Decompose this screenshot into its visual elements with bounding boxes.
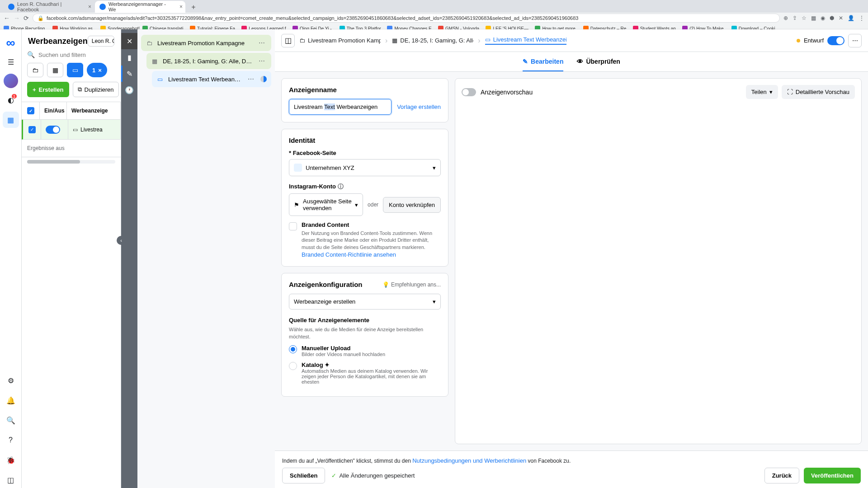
section-title: Anzeigenname <box>289 86 441 94</box>
more-icon[interactable]: ⋯ <box>257 57 267 65</box>
selection-pill[interactable]: 1 × <box>87 63 107 77</box>
facebook-favicon <box>8 4 14 10</box>
search-icon[interactable]: 🔍 <box>3 412 19 428</box>
row-checkbox[interactable]: ✓ <box>28 126 36 133</box>
menu-icon[interactable]: ⋮ <box>859 15 864 21</box>
branded-content-checkbox[interactable] <box>289 222 297 230</box>
tree-campaign[interactable]: 🗀 Livestream Promotion Kampagne ⋯ <box>141 35 271 51</box>
more-icon[interactable]: ⋯ <box>848 34 862 47</box>
ad-format-select[interactable]: Werbeanzeige erstellen ▾ <box>289 294 441 310</box>
close-icon[interactable]: × <box>88 4 91 10</box>
ad-name-input[interactable]: Livestream Text Werbeanzeigen <box>289 99 392 115</box>
close-icon[interactable]: × <box>98 67 102 74</box>
edit-icon[interactable]: ✎ <box>121 66 137 82</box>
scrollbar[interactable] <box>27 160 115 164</box>
more-icon[interactable]: ⋯ <box>257 39 267 47</box>
tab-title: Leon R. Chaudhari | Facebook <box>17 1 81 12</box>
source-label: Quelle für Anzeigenelemente <box>289 317 441 324</box>
back-icon[interactable]: ← <box>4 14 10 22</box>
back-button[interactable]: Zurück <box>764 468 799 483</box>
zoom-icon[interactable]: ⊕ <box>783 15 788 21</box>
detailed-preview-button[interactable]: ⛶ Detaillierte Vorschau <box>782 85 855 99</box>
page-icon <box>294 164 302 172</box>
account-selector[interactable]: Leon R. Chaud <box>88 36 114 47</box>
selection-count: 1 <box>92 67 95 74</box>
edit-tabs: ✎ Bearbeiten 👁 Überprüfen <box>275 52 868 72</box>
gauge-icon[interactable]: ◐1 <box>3 92 19 108</box>
terms-link[interactable]: Nutzungsbedingungen und Werberichtlinien <box>412 457 526 464</box>
ad-name: Livestrea <box>80 127 103 133</box>
close-icon[interactable]: × <box>179 4 183 10</box>
tab-edit[interactable]: ✎ Bearbeiten <box>523 52 563 71</box>
folder-view-button[interactable]: 🗀 <box>27 63 43 77</box>
recommendations-link[interactable]: 💡 Empfehlungen ans... <box>382 282 441 288</box>
list-view-button[interactable]: ▭ <box>67 63 83 77</box>
history-icon[interactable]: 🕐 <box>121 82 137 98</box>
extension-icon[interactable]: ✕ <box>839 15 843 21</box>
browser-tab[interactable]: Leon R. Chaudhari | Facebook × <box>4 1 94 13</box>
radio-desc: Automatisch Medien aus deinem Katalog ve… <box>302 368 441 385</box>
link-account-button[interactable]: Konto verknüpfen <box>383 197 441 213</box>
bell-icon[interactable]: 🔔 <box>3 392 19 408</box>
search-input[interactable] <box>38 52 115 58</box>
share-icon[interactable]: ⇪ <box>793 15 797 21</box>
tree-ad[interactable]: ▭ Livestream Text Werbeanzeig... ⋯ <box>152 71 271 87</box>
preview-toggle[interactable] <box>462 88 476 96</box>
star-icon[interactable]: ☆ <box>802 15 807 21</box>
info-icon[interactable]: ⓘ <box>338 183 344 190</box>
breadcrumb-campaign[interactable]: 🗀 Livestream Promotion Kampa <box>299 37 381 44</box>
column-header[interactable]: Ein/Aus <box>40 102 67 119</box>
tree-adset[interactable]: ▦ DE, 18-25, I: Gaming, G: Alle, Deutsch… <box>146 53 271 69</box>
create-template-link[interactable]: Vorlage erstellen <box>397 103 441 110</box>
facebook-page-select[interactable]: Unternehmen XYZ ▾ <box>289 159 441 176</box>
profile-icon[interactable]: 👤 <box>848 15 854 21</box>
grid-icon[interactable]: ▦ <box>3 112 19 128</box>
browser-chrome: Leon R. Chaudhari | Facebook × Werbeanze… <box>0 0 868 29</box>
panel-toggle-icon[interactable]: ◫ <box>281 34 295 47</box>
catalog-radio[interactable] <box>289 362 297 370</box>
disclaimer: Indem du auf „Veröffentlichen" klickst, … <box>282 455 861 468</box>
extension-icon[interactable]: ◉ <box>821 15 825 21</box>
browser-tab-active[interactable]: Werbeanzeigenmanager - We × <box>95 1 185 13</box>
gear-icon[interactable]: ⚙ <box>3 372 19 389</box>
tab-review[interactable]: 👁 Überprüfen <box>577 52 620 71</box>
publish-button[interactable]: Veröffentlichen <box>804 468 861 483</box>
instagram-select[interactable]: ⚑ Ausgewählte Seite verwenden ▾ <box>289 193 363 216</box>
create-button[interactable]: + Erstellen <box>27 82 69 97</box>
duplicate-button[interactable]: ⧉ Duplizieren <box>73 82 119 97</box>
ad-toggle[interactable] <box>46 126 60 134</box>
forward-icon[interactable]: → <box>14 14 20 22</box>
breadcrumb: ◫ 🗀 Livestream Promotion Kampa › ▦ DE, 1… <box>275 29 868 52</box>
section-title: Identität <box>289 136 441 144</box>
manual-upload-radio[interactable] <box>289 345 297 353</box>
extension-icon[interactable]: ⬢ <box>830 15 834 21</box>
extension-icon[interactable]: ▦ <box>811 15 816 21</box>
chart-icon[interactable]: ▮ <box>121 49 137 66</box>
select-all-checkbox[interactable]: ✓ <box>27 107 34 114</box>
more-icon[interactable]: ⋯ <box>246 75 256 83</box>
reload-icon[interactable]: ⟳ <box>24 14 29 22</box>
help-icon[interactable]: ? <box>3 432 19 448</box>
table-row[interactable]: ✓ ▭Livestrea <box>22 120 121 140</box>
meta-logo-icon[interactable]: ∞ <box>4 36 18 50</box>
ad-enabled-toggle[interactable] <box>827 36 844 45</box>
bug-icon[interactable]: 🐞 <box>3 452 19 468</box>
url-input[interactable]: 🔒 facebook.com/adsmanager/manage/ads/edi… <box>33 14 780 23</box>
close-button[interactable]: Schließen <box>282 468 325 483</box>
share-button[interactable]: Teilen ▾ <box>746 85 778 99</box>
grid-view-button[interactable]: ▦ <box>47 63 63 77</box>
status-icon <box>260 76 267 82</box>
breadcrumb-ad[interactable]: ▭ Livestream Text Werbeanzeige <box>485 36 566 45</box>
breadcrumb-adset[interactable]: ▦ DE, 18-25, I: Gaming, G: Alle, De <box>392 37 473 44</box>
branded-policy-link[interactable]: Branded Content-Richtlinie ansehen <box>302 251 396 258</box>
menu-icon[interactable]: ☰ <box>3 54 19 70</box>
column-header[interactable]: Werbeanzeige <box>67 102 121 119</box>
panel-icon[interactable]: ◫ <box>3 472 19 488</box>
collapse-icon[interactable]: ‹ <box>117 236 126 245</box>
chevron-right-icon: › <box>385 37 387 45</box>
avatar[interactable] <box>4 74 18 88</box>
radio-desc: Bilder oder Videos manuell hochladen <box>302 352 385 357</box>
new-tab-button[interactable]: + <box>188 2 199 13</box>
ad-config-card: Anzeigenkonfiguration 💡 Empfehlungen ans… <box>281 273 448 397</box>
close-icon[interactable]: ✕ <box>121 33 137 49</box>
